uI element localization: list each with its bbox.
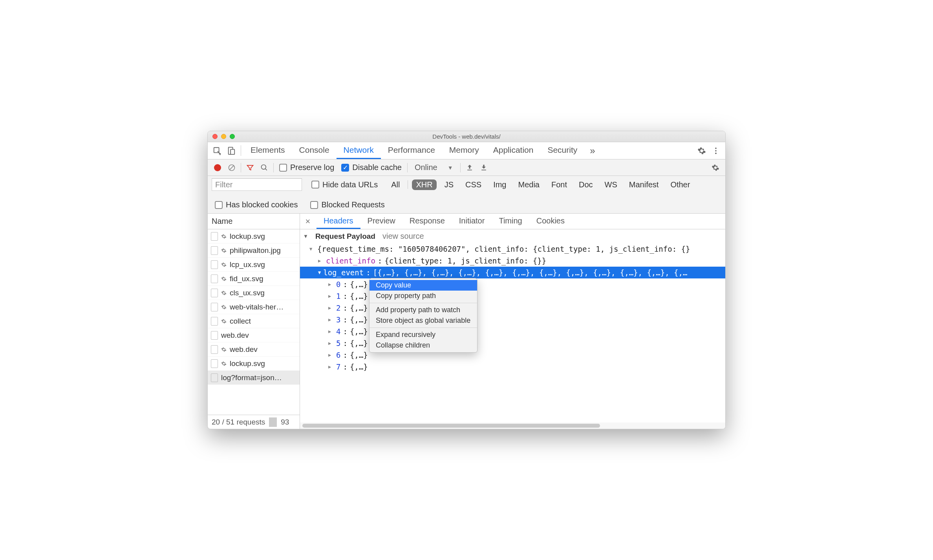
payload-root-row[interactable]: ▼ {request_time_ms: "1605078406207", cli… bbox=[300, 243, 725, 255]
has-blocked-cookies-checkbox[interactable]: Has blocked cookies bbox=[212, 200, 301, 209]
horizontal-scrollbar[interactable] bbox=[300, 423, 725, 429]
payload-array-item[interactable]: ▶5: {,…} bbox=[300, 337, 725, 349]
request-row[interactable]: lockup.svg bbox=[208, 357, 300, 371]
main-tab-security[interactable]: Security bbox=[540, 142, 584, 159]
request-row[interactable]: philipwalton.jpg bbox=[208, 243, 300, 258]
payload-array-item[interactable]: ▶1: {,…} bbox=[300, 290, 725, 302]
request-row[interactable]: fid_ux.svg bbox=[208, 272, 300, 286]
type-filter-media[interactable]: Media bbox=[514, 179, 543, 190]
type-filter-font[interactable]: Font bbox=[547, 179, 571, 190]
payload-array-item[interactable]: ▶0: {,…} bbox=[300, 278, 725, 290]
search-icon[interactable] bbox=[258, 161, 271, 174]
request-list-pane: Name lockup.svgphilipwalton.jpglcp_ux.sv… bbox=[208, 214, 300, 429]
detail-tab-timing[interactable]: Timing bbox=[492, 214, 529, 229]
scrollbar-thumb[interactable] bbox=[302, 424, 600, 428]
disclosure-triangle-icon: ▶ bbox=[328, 364, 334, 370]
more-tabs-icon[interactable]: » bbox=[584, 142, 600, 159]
detail-tab-cookies[interactable]: Cookies bbox=[529, 214, 572, 229]
payload-array-item[interactable]: ▶2: {,…} bbox=[300, 302, 725, 314]
main-tab-performance[interactable]: Performance bbox=[381, 142, 442, 159]
request-row[interactable]: log?format=json… bbox=[208, 371, 300, 385]
blocked-requests-checkbox[interactable]: Blocked Requests bbox=[307, 200, 388, 209]
device-toolbar-icon[interactable] bbox=[224, 142, 238, 159]
record-button[interactable] bbox=[211, 161, 224, 174]
type-filter-ws[interactable]: WS bbox=[601, 179, 621, 190]
split-view: Name lockup.svgphilipwalton.jpglcp_ux.sv… bbox=[208, 214, 725, 429]
payload-array-item[interactable]: ▶6: {,…} bbox=[300, 349, 725, 361]
payload-index: 1 bbox=[336, 292, 340, 300]
request-row[interactable]: web.dev bbox=[208, 328, 300, 342]
request-row[interactable]: lcp_ux.svg bbox=[208, 258, 300, 272]
throttling-dropdown[interactable]: Online ▼ bbox=[410, 163, 458, 172]
request-name: log?format=json… bbox=[221, 373, 282, 382]
menu-copy-value[interactable]: Copy value bbox=[370, 280, 477, 291]
menu-store-global[interactable]: Store object as global variable bbox=[370, 315, 477, 326]
network-toolbar: Preserve log Disable cache Online ▼ bbox=[208, 159, 725, 176]
request-name: lockup.svg bbox=[230, 232, 265, 241]
file-icon bbox=[211, 232, 218, 241]
type-filter-other[interactable]: Other bbox=[666, 179, 694, 190]
kebab-menu-icon[interactable] bbox=[709, 142, 723, 159]
separator bbox=[241, 163, 241, 172]
main-tab-console[interactable]: Console bbox=[292, 142, 337, 159]
type-filter-all[interactable]: All bbox=[387, 179, 404, 190]
gear-icon bbox=[221, 361, 227, 366]
settings-gear-icon[interactable] bbox=[695, 142, 709, 159]
upload-har-icon[interactable] bbox=[463, 161, 476, 174]
network-settings-gear-icon[interactable] bbox=[709, 161, 722, 174]
disclosure-triangle-icon: ▶ bbox=[318, 258, 324, 264]
detail-tab-headers[interactable]: Headers bbox=[316, 214, 360, 229]
request-name: lockup.svg bbox=[230, 359, 265, 368]
download-har-icon[interactable] bbox=[477, 161, 490, 174]
payload-array-item[interactable]: ▶7: {,…} bbox=[300, 361, 725, 373]
type-filter-img[interactable]: Img bbox=[489, 179, 510, 190]
type-filter-js[interactable]: JS bbox=[441, 179, 457, 190]
svg-line-9 bbox=[265, 168, 267, 170]
payload-index: 4 bbox=[336, 327, 340, 336]
detail-tab-initiator[interactable]: Initiator bbox=[452, 214, 492, 229]
main-tab-application[interactable]: Application bbox=[486, 142, 541, 159]
request-name: web.dev bbox=[230, 345, 258, 354]
disable-cache-checkbox[interactable]: Disable cache bbox=[338, 163, 405, 172]
svg-point-4 bbox=[715, 150, 717, 152]
payload-array-item[interactable]: ▶3: {,…} bbox=[300, 314, 725, 326]
request-row[interactable]: collect bbox=[208, 314, 300, 328]
request-row[interactable]: web.dev bbox=[208, 342, 300, 357]
clear-button[interactable] bbox=[225, 161, 238, 174]
detail-tab-response[interactable]: Response bbox=[402, 214, 452, 229]
detail-tab-preview[interactable]: Preview bbox=[360, 214, 402, 229]
menu-add-property-path-watch[interactable]: Add property path to watch bbox=[370, 305, 477, 315]
type-filter-css[interactable]: CSS bbox=[461, 179, 485, 190]
payload-log-event-row-selected[interactable]: ▼ log_event: [{,…}, {,…}, {,…}, {,…}, {,… bbox=[300, 267, 725, 278]
menu-expand-recursively[interactable]: Expand recursively bbox=[370, 329, 477, 340]
payload-client-info-row[interactable]: ▶ client_info: {client_type: 1, js_clien… bbox=[300, 255, 725, 267]
preserve-log-checkbox[interactable]: Preserve log bbox=[276, 163, 337, 172]
file-icon bbox=[211, 373, 218, 382]
disable-cache-label: Disable cache bbox=[352, 163, 402, 172]
disclosure-triangle-icon[interactable]: ▼ bbox=[303, 233, 308, 239]
menu-copy-property-path[interactable]: Copy property path bbox=[370, 291, 477, 301]
menu-collapse-children[interactable]: Collapse children bbox=[370, 340, 477, 351]
inspect-element-icon[interactable] bbox=[210, 142, 224, 159]
view-source-link[interactable]: view source bbox=[382, 232, 424, 241]
type-filter-xhr[interactable]: XHR bbox=[412, 179, 436, 190]
filter-icon[interactable] bbox=[243, 161, 257, 174]
hide-data-urls-checkbox[interactable]: Hide data URLs bbox=[308, 180, 381, 189]
file-icon bbox=[211, 359, 218, 368]
request-list-header[interactable]: Name bbox=[208, 214, 300, 229]
has-blocked-cookies-label: Has blocked cookies bbox=[226, 200, 298, 209]
type-filter-doc[interactable]: Doc bbox=[575, 179, 597, 190]
request-row[interactable]: web-vitals-her… bbox=[208, 300, 300, 314]
main-tab-network[interactable]: Network bbox=[337, 142, 381, 159]
detail-tab-strip: × HeadersPreviewResponseInitiatorTimingC… bbox=[300, 214, 725, 229]
filter-input[interactable]: Filter bbox=[212, 178, 302, 191]
separator bbox=[407, 163, 408, 172]
request-name: fid_ux.svg bbox=[230, 275, 263, 283]
request-row[interactable]: lockup.svg bbox=[208, 229, 300, 243]
main-tab-elements[interactable]: Elements bbox=[243, 142, 292, 159]
main-tab-memory[interactable]: Memory bbox=[442, 142, 486, 159]
request-row[interactable]: cls_ux.svg bbox=[208, 286, 300, 300]
close-detail-icon[interactable]: × bbox=[301, 214, 315, 229]
payload-array-item[interactable]: ▶4: {,…} bbox=[300, 326, 725, 337]
type-filter-manifest[interactable]: Manifest bbox=[625, 179, 663, 190]
